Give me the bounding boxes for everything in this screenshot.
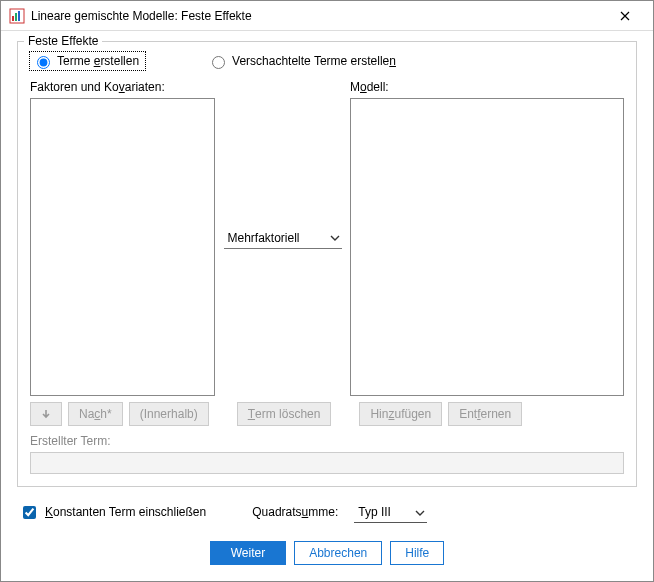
model-column: Modell: (350, 80, 624, 396)
chevron-down-icon (330, 232, 340, 243)
dialog-window: Lineare gemischte Modelle: Feste Effekte… (0, 0, 654, 582)
titlebar: Lineare gemischte Modelle: Feste Effekte (1, 1, 653, 31)
by-button[interactable]: Nach* (68, 402, 123, 426)
term-type-selected: Mehrfaktoriell (228, 231, 300, 245)
radio-build-terms-label: Terme erstellen (57, 54, 139, 68)
sum-of-squares-selected: Typ III (358, 505, 391, 519)
clear-term-button[interactable]: Term löschen (237, 402, 332, 426)
sum-of-squares-dropdown[interactable]: Typ III (354, 501, 427, 523)
svg-rect-3 (18, 11, 20, 21)
radio-nested-terms[interactable]: Verschachtelte Terme erstellen (205, 52, 402, 70)
content-area: Feste Effekte Terme erstellen Verschacht… (1, 31, 653, 581)
window-title: Lineare gemischte Modelle: Feste Effekte (31, 9, 605, 23)
bottom-row: Konstanten Term einschließen Quadratsumm… (17, 495, 637, 525)
cancel-button[interactable]: Abbrechen (294, 541, 382, 565)
include-intercept-input[interactable] (23, 506, 36, 519)
include-intercept-checkbox[interactable]: Konstanten Term einschließen (19, 503, 206, 522)
group-label: Feste Effekte (24, 34, 102, 48)
radio-build-terms-input[interactable] (37, 56, 50, 69)
add-button[interactable]: Hinzufügen (359, 402, 442, 426)
svg-rect-1 (12, 16, 14, 21)
term-type-dropdown[interactable]: Mehrfaktoriell (224, 227, 342, 249)
columns: Faktoren und Kovariaten: Mehrfaktoriell … (30, 80, 624, 396)
help-button[interactable]: Hilfe (390, 541, 444, 565)
radio-nested-terms-label: Verschachtelte Terme erstellen (232, 54, 396, 68)
radio-nested-terms-input[interactable] (212, 56, 225, 69)
include-intercept-label: Konstanten Term einschließen (45, 505, 206, 519)
factors-listbox[interactable] (30, 98, 215, 396)
sum-of-squares-label: Quadratsumme: (252, 505, 338, 519)
remove-button[interactable]: Entfernen (448, 402, 522, 426)
created-term-label: Erstellter Term: (30, 434, 624, 448)
app-icon (9, 8, 25, 24)
created-term-field (30, 452, 624, 474)
within-button[interactable]: (Innerhalb) (129, 402, 209, 426)
factors-label: Faktoren und Kovariaten: (30, 80, 215, 94)
model-listbox[interactable] (350, 98, 624, 396)
model-label: Modell: (350, 80, 624, 94)
close-button[interactable] (605, 2, 645, 30)
svg-rect-2 (15, 13, 17, 21)
fixed-effects-group: Feste Effekte Terme erstellen Verschacht… (17, 41, 637, 487)
term-buttons-row: Nach* (Innerhalb) Term löschen Hinzufüge… (30, 396, 624, 428)
radio-row: Terme erstellen Verschachtelte Terme ers… (30, 52, 624, 70)
factors-column: Faktoren und Kovariaten: (30, 80, 215, 396)
middle-column: Mehrfaktoriell (215, 80, 350, 396)
radio-build-terms[interactable]: Terme erstellen (30, 52, 145, 70)
footer-buttons: Weiter Abbrechen Hilfe (17, 533, 637, 577)
arrow-down-button[interactable] (30, 402, 62, 426)
chevron-down-icon (415, 505, 425, 519)
continue-button[interactable]: Weiter (210, 541, 286, 565)
